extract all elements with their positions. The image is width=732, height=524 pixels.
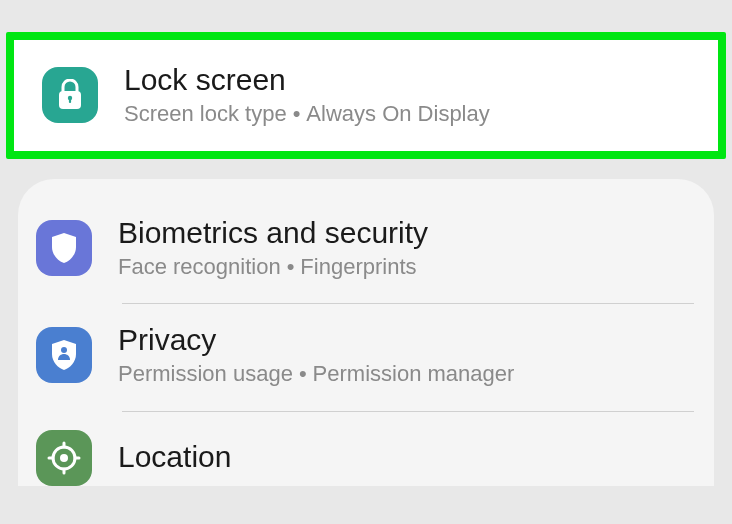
settings-item-title: Location: [118, 439, 231, 475]
settings-item-text: Lock screen Screen lock type•Always On D…: [124, 62, 490, 129]
privacy-shield-icon: [36, 327, 92, 383]
svg-rect-2: [69, 98, 71, 103]
location-icon: [36, 430, 92, 486]
settings-item-privacy[interactable]: Privacy Permission usage•Permission mana…: [18, 304, 714, 411]
settings-item-subtitle: Permission usage•Permission manager: [118, 360, 514, 389]
highlighted-settings-card: Lock screen Screen lock type•Always On D…: [6, 32, 726, 159]
settings-item-text: Biometrics and security Face recognition…: [118, 215, 428, 282]
partial-row-top: [0, 0, 732, 32]
shield-icon: [36, 220, 92, 276]
settings-item-subtitle: Face recognition•Fingerprints: [118, 253, 428, 282]
settings-item-title: Privacy: [118, 322, 514, 358]
settings-item-location[interactable]: Location: [18, 412, 714, 486]
settings-item-title: Lock screen: [124, 62, 490, 98]
svg-point-3: [61, 347, 67, 353]
settings-item-title: Biometrics and security: [118, 215, 428, 251]
settings-item-text: Location: [118, 439, 231, 477]
settings-item-text: Privacy Permission usage•Permission mana…: [118, 322, 514, 389]
lock-icon: [42, 67, 98, 123]
settings-item-biometrics[interactable]: Biometrics and security Face recognition…: [18, 197, 714, 304]
settings-item-subtitle: Screen lock type•Always On Display: [124, 100, 490, 129]
settings-group-card: Biometrics and security Face recognition…: [18, 179, 714, 486]
settings-item-lock-screen[interactable]: Lock screen Screen lock type•Always On D…: [14, 40, 718, 151]
svg-point-5: [60, 454, 68, 462]
